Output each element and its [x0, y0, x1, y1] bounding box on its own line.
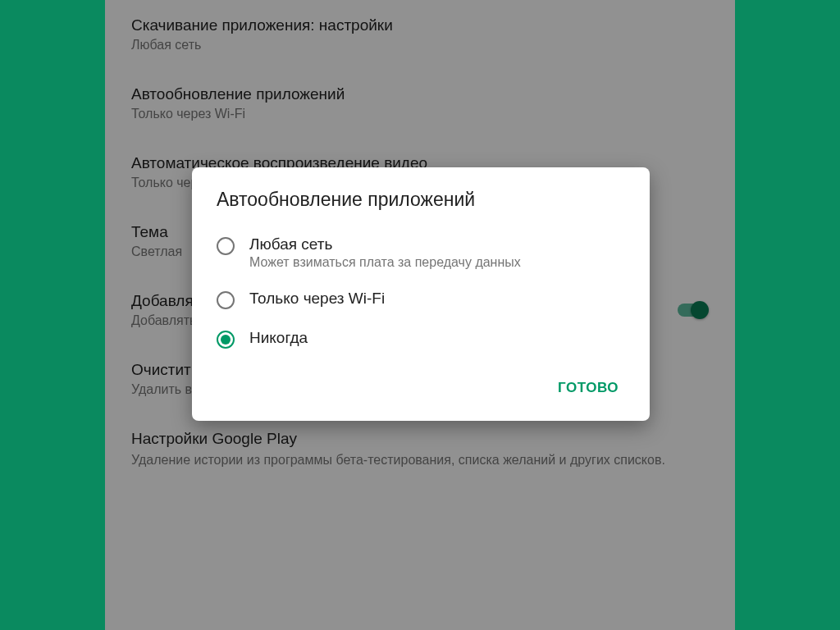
auto-update-dialog: Автообновление приложений Любая сеть Мож…	[192, 167, 650, 421]
radio-icon	[217, 331, 235, 349]
option-any-network[interactable]: Любая сеть Может взиматься плата за пере…	[217, 226, 625, 280]
dialog-options: Любая сеть Может взиматься плата за пере…	[192, 226, 650, 365]
dialog-actions: ГОТОВО	[192, 365, 650, 421]
option-label: Никогда	[249, 329, 625, 347]
option-label: Только через Wi-Fi	[249, 290, 625, 308]
option-never[interactable]: Никогда	[217, 319, 625, 358]
radio-icon	[217, 291, 235, 309]
done-button[interactable]: ГОТОВО	[546, 372, 630, 404]
option-wifi-only[interactable]: Только через Wi-Fi	[217, 280, 625, 319]
option-sublabel: Может взиматься плата за передачу данных	[249, 255, 625, 270]
option-label: Любая сеть	[249, 235, 625, 253]
radio-icon	[217, 237, 235, 255]
dialog-title: Автообновление приложений	[192, 167, 650, 226]
